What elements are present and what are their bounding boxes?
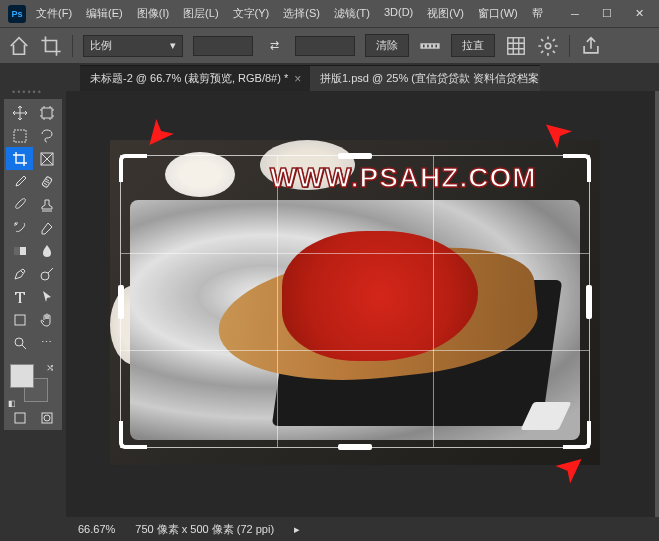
svg-rect-5 [508, 37, 525, 54]
straighten-button[interactable]: 拉直 [451, 34, 495, 57]
share-icon[interactable] [580, 35, 602, 57]
svg-rect-12 [14, 247, 20, 255]
svg-point-13 [41, 272, 49, 280]
panel-handle[interactable]: •••••• [12, 87, 43, 97]
title-bar: Ps 文件(F) 编辑(E) 图像(I) 图层(L) 文字(Y) 选择(S) 滤… [0, 0, 659, 27]
menu-image[interactable]: 图像(I) [131, 2, 175, 25]
dodge-tool[interactable] [33, 262, 60, 285]
zoom-level[interactable]: 66.67% [78, 523, 115, 535]
healing-tool[interactable] [33, 170, 60, 193]
svg-rect-7 [42, 108, 52, 118]
crop-tool-icon[interactable] [40, 35, 62, 57]
app-logo: Ps [8, 5, 26, 23]
pen-tool[interactable] [6, 262, 33, 285]
tab-label: 未标题-2 @ 66.7% (裁剪预览, RGB/8#) * [90, 71, 288, 86]
artboard-tool[interactable] [33, 101, 60, 124]
document-image[interactable]: WWW.PSAHZ.COM [110, 140, 600, 465]
gradient-tool[interactable] [6, 239, 33, 262]
height-input[interactable] [295, 36, 355, 56]
tab-inactive[interactable]: 拼版1.psd @ 25% (宜信贷贷款 资料信贷档案... × [310, 65, 540, 91]
stamp-tool[interactable] [33, 193, 60, 216]
swap-icon[interactable]: ⇄ [263, 35, 285, 57]
color-swatches[interactable]: ⤭ ◧ [6, 360, 60, 408]
svg-rect-8 [14, 130, 26, 142]
edit-toolbar[interactable]: ⋯ [33, 331, 60, 354]
lasso-tool[interactable] [33, 124, 60, 147]
chevron-down-icon: ▾ [170, 39, 176, 52]
shape-tool[interactable] [6, 308, 33, 331]
svg-point-15 [15, 338, 23, 346]
svg-rect-3 [431, 44, 432, 47]
document-tabs: 未标题-2 @ 66.7% (裁剪预览, RGB/8#) * × 拼版1.psd… [0, 63, 659, 91]
marquee-tool[interactable] [6, 124, 33, 147]
type-tool[interactable] [6, 285, 33, 308]
width-input[interactable] [193, 36, 253, 56]
eyedropper-tool[interactable] [6, 170, 33, 193]
toolbox: ⋯ ⤭ ◧ [4, 99, 62, 430]
svg-rect-16 [15, 413, 25, 423]
eraser-tool[interactable] [33, 216, 60, 239]
ratio-label: 比例 [90, 38, 112, 53]
standard-mode[interactable] [6, 408, 33, 428]
menu-layer[interactable]: 图层(L) [177, 2, 224, 25]
svg-rect-4 [436, 44, 437, 47]
right-panel-collapsed[interactable] [655, 91, 659, 517]
home-icon[interactable] [8, 35, 30, 57]
settings-gear-icon[interactable] [537, 35, 559, 57]
history-brush-tool[interactable] [6, 216, 33, 239]
menu-filter[interactable]: 滤镜(T) [328, 2, 376, 25]
svg-point-6 [545, 43, 551, 49]
image-content [165, 152, 235, 197]
tab-active[interactable]: 未标题-2 @ 66.7% (裁剪预览, RGB/8#) * × [80, 65, 310, 91]
minimize-button[interactable]: ─ [563, 4, 587, 24]
status-chevron-icon[interactable]: ▸ [294, 523, 300, 536]
move-tool[interactable] [6, 101, 33, 124]
foreground-color[interactable] [10, 364, 34, 388]
zoom-tool[interactable] [6, 331, 33, 354]
window-controls: ─ ☐ ✕ [563, 4, 651, 24]
close-icon[interactable]: × [294, 72, 301, 86]
ratio-dropdown[interactable]: 比例▾ [83, 35, 183, 57]
swap-colors-icon[interactable]: ⤭ [46, 362, 54, 373]
screen-mode [6, 408, 60, 428]
quickmask-mode[interactable] [33, 408, 60, 428]
clear-button[interactable]: 清除 [365, 34, 409, 57]
menu-window[interactable]: 窗口(W) [472, 2, 524, 25]
hand-tool[interactable] [33, 308, 60, 331]
menu-edit[interactable]: 编辑(E) [80, 2, 129, 25]
menu-help[interactable]: 帮 [526, 2, 549, 25]
menu-bar: 文件(F) 编辑(E) 图像(I) 图层(L) 文字(Y) 选择(S) 滤镜(T… [30, 2, 559, 25]
svg-rect-1 [423, 44, 424, 47]
menu-view[interactable]: 视图(V) [421, 2, 470, 25]
straighten-icon[interactable] [419, 35, 441, 57]
svg-point-18 [44, 415, 50, 421]
menu-3d[interactable]: 3D(D) [378, 2, 419, 25]
watermark-text: WWW.PSAHZ.COM [270, 162, 537, 194]
crop-tool[interactable] [6, 147, 33, 170]
maximize-button[interactable]: ☐ [595, 4, 619, 24]
divider [72, 35, 73, 57]
status-bar: 66.67% 750 像素 x 500 像素 (72 ppi) ▸ [66, 517, 659, 541]
svg-rect-14 [15, 315, 25, 325]
menu-file[interactable]: 文件(F) [30, 2, 78, 25]
default-colors-icon[interactable]: ◧ [8, 399, 16, 408]
frame-tool[interactable] [33, 147, 60, 170]
document-dimensions[interactable]: 750 像素 x 500 像素 (72 ppi) [135, 522, 274, 537]
brush-tool[interactable] [6, 193, 33, 216]
divider [569, 35, 570, 57]
svg-rect-2 [427, 44, 428, 47]
canvas-area[interactable]: WWW.PSAHZ.COM ➤ ➤ ➤ [66, 91, 655, 517]
blur-tool[interactable] [33, 239, 60, 262]
options-bar: 比例▾ ⇄ 清除 拉直 [0, 27, 659, 63]
overlay-grid-icon[interactable] [505, 35, 527, 57]
menu-select[interactable]: 选择(S) [277, 2, 326, 25]
menu-type[interactable]: 文字(Y) [227, 2, 276, 25]
tab-label: 拼版1.psd @ 25% (宜信贷贷款 资料信贷档案... [320, 71, 540, 86]
path-select-tool[interactable] [33, 285, 60, 308]
close-button[interactable]: ✕ [627, 4, 651, 24]
